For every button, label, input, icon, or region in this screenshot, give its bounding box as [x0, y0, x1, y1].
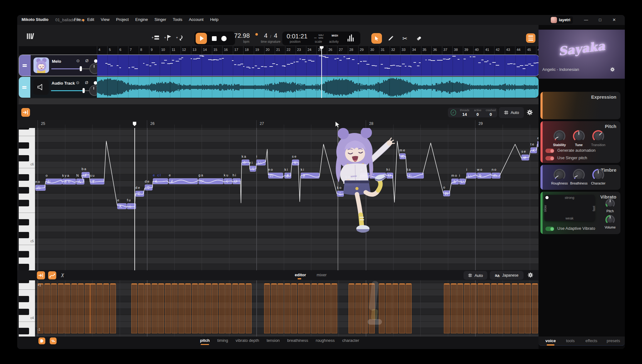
param-lines-icon[interactable] [50, 337, 57, 344]
cursor-tool-button[interactable] [371, 33, 382, 44]
note[interactable]: お [443, 190, 450, 196]
menu-help[interactable]: Help [210, 17, 218, 22]
pad-handle[interactable] [545, 196, 549, 199]
add-pin-marker-icon[interactable]: + [176, 34, 183, 41]
param-tab-timing[interactable]: timing [217, 338, 228, 343]
track-name[interactable]: Audio Track [52, 81, 75, 86]
param-tab-vibrato-depth[interactable]: vibrato depth [236, 338, 259, 343]
menu-account[interactable]: Account [189, 17, 203, 22]
menu-singer[interactable]: Singer [154, 17, 166, 22]
note[interactable]: え [153, 178, 168, 184]
minimize-button[interactable]: — [581, 17, 591, 23]
note[interactable]: の [492, 173, 500, 179]
note[interactable]: え [169, 178, 198, 184]
time-signature[interactable]: 4 / 4 time signature [260, 32, 281, 43]
piano-key-black[interactable] [19, 251, 29, 258]
menu-view[interactable]: View [101, 17, 109, 22]
param-tab-pitch[interactable]: pitch [200, 338, 210, 343]
piano-roll-grid[interactable]: のnoおoきゃkyaんNばbaすsuえeふfuでdeでdeえe clえeがgaく… [35, 128, 539, 270]
record-button[interactable] [221, 36, 227, 41]
piano-key-black[interactable] [19, 264, 29, 270]
note[interactable]: の [268, 173, 283, 179]
piano-key-black[interactable] [19, 187, 29, 194]
piano-key-black[interactable] [19, 280, 29, 283]
note[interactable]: す [90, 179, 104, 184]
note[interactable]: の [35, 185, 46, 191]
menu-file[interactable]: File [74, 17, 81, 22]
note[interactable]: り [250, 166, 256, 172]
note[interactable]: を [477, 173, 491, 179]
knob[interactable] [573, 169, 585, 181]
note[interactable]: が [198, 178, 223, 184]
track-name[interactable]: Melo [52, 59, 61, 64]
note[interactable]: た [407, 173, 424, 179]
menu-engine[interactable]: Engine [135, 17, 148, 22]
mute-icon[interactable]: Ø [85, 58, 88, 63]
note[interactable]: え [117, 203, 127, 209]
note[interactable]: い [459, 179, 465, 184]
note[interactable]: ば [82, 172, 90, 178]
note[interactable]: め [399, 153, 406, 159]
pitch-snap-tool-button[interactable] [21, 108, 30, 117]
knob[interactable] [573, 130, 585, 142]
note[interactable]: い [466, 173, 477, 179]
note[interactable]: も [451, 179, 459, 184]
singer-card[interactable]: Sayaka Angelic - Indonesian [539, 30, 625, 79]
pitch-panel[interactable]: Pitch StabilityTuneTransitionGenerate au… [540, 121, 620, 163]
note[interactable]: お [46, 179, 62, 184]
auto-scroll-button[interactable]: Auto [499, 107, 524, 118]
knob[interactable] [554, 130, 565, 142]
piano-key-black[interactable] [19, 232, 29, 239]
scale-value[interactable]: – [314, 35, 317, 40]
audio-track-clip[interactable] [97, 77, 539, 98]
note[interactable]: い [256, 160, 266, 165]
note[interactable]: き [301, 173, 319, 179]
note[interactable]: か [242, 160, 249, 165]
maximize-button[interactable]: □ [595, 17, 605, 23]
piano-key-black[interactable] [19, 296, 29, 303]
note[interactable]: え [530, 147, 537, 153]
param-tab-roughness[interactable]: roughness [316, 338, 335, 343]
note[interactable]: きゃ [62, 179, 76, 184]
play-button[interactable] [196, 33, 207, 44]
bpm-display[interactable]: 72.98 bpm [234, 32, 258, 43]
knob[interactable] [605, 215, 615, 224]
note[interactable]: で [145, 184, 153, 190]
language-selector[interactable]: aあ Japanese [490, 271, 524, 280]
parameter-lane[interactable]: +1 -1 [35, 280, 539, 337]
note[interactable]: く [224, 178, 232, 184]
voice-tab-effects[interactable]: effects [585, 338, 597, 343]
chi-tool-button[interactable]: χ [61, 272, 64, 278]
editor-playhead-marker[interactable] [133, 122, 136, 126]
expression-panel[interactable]: Expression [540, 92, 620, 119]
tab-mixer[interactable]: mixer [317, 273, 327, 277]
knob[interactable] [605, 199, 615, 208]
pencil-tool-button[interactable] [385, 33, 396, 44]
piano-keys-parameter[interactable]: c4 [19, 280, 35, 337]
note[interactable]: き [284, 173, 291, 179]
piano-key-black[interactable] [19, 309, 29, 315]
grid-auto-button[interactable]: Auto [464, 271, 487, 280]
menu-tools[interactable]: Tools [173, 17, 182, 22]
note[interactable]: せ [292, 160, 299, 165]
solo-icon[interactable]: ⊙ [76, 80, 79, 85]
note[interactable]: え [537, 141, 539, 147]
speaker-icon[interactable] [33, 79, 49, 95]
piano-key-black[interactable] [19, 142, 29, 149]
volume-slider[interactable] [51, 90, 92, 91]
piano-key-black[interactable] [19, 328, 29, 334]
piano-key-black[interactable] [19, 200, 29, 206]
param-tab-breathiness[interactable]: breathiness [287, 338, 308, 343]
volume-slider[interactable] [51, 68, 92, 69]
piano-keys[interactable]: c6c5 [19, 128, 35, 270]
scissors-tool-button[interactable]: ✂ [399, 33, 410, 44]
add-flag-marker-icon[interactable]: + [164, 34, 172, 41]
slider-thumb[interactable] [80, 66, 82, 71]
piano-key-black[interactable] [19, 174, 29, 181]
piano-key-black[interactable] [19, 128, 29, 130]
singer-avatar[interactable] [33, 57, 49, 73]
library-icon[interactable] [26, 32, 35, 41]
knob[interactable] [592, 169, 604, 181]
toggle-use-adaptive-vibrato[interactable] [545, 227, 554, 231]
piano-key-black[interactable] [19, 219, 29, 226]
